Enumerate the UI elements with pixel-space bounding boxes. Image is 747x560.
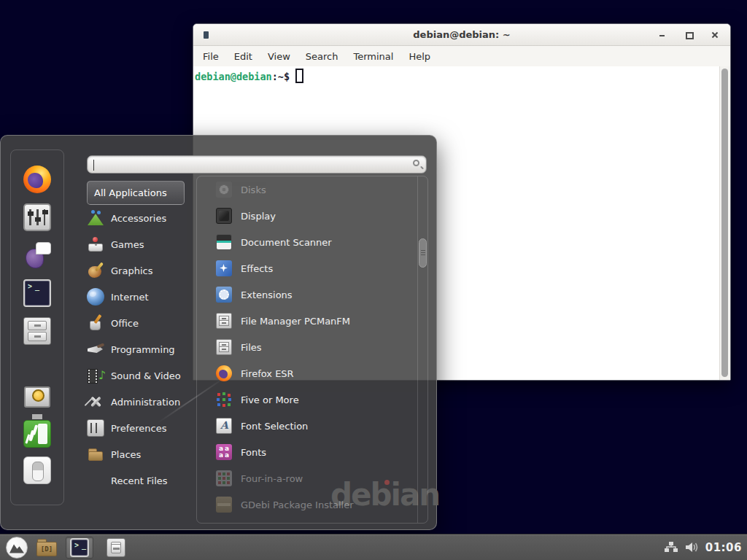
favorites-panel (10, 149, 64, 505)
application-item[interactable]: Font Selection (197, 413, 427, 439)
category-item[interactable]: Recent Files (87, 467, 185, 494)
category-label: Programming (111, 344, 175, 355)
terminal-titlebar[interactable]: debian@debian: ~ (193, 24, 730, 46)
application-icon (216, 287, 232, 303)
terminal-menu-item[interactable]: File (203, 51, 219, 62)
category-icon (87, 314, 104, 332)
application-label: Fonts (241, 447, 266, 458)
application-item[interactable]: File Manager PCManFM (197, 308, 427, 334)
search-icon (413, 160, 419, 166)
category-icon (87, 262, 104, 279)
terminal-menu-item[interactable]: Help (409, 51, 430, 62)
application-icon (216, 497, 232, 513)
terminal-cursor (295, 69, 303, 83)
search-input[interactable] (96, 156, 403, 173)
category-label: Graphics (111, 265, 152, 276)
application-item[interactable]: Display (197, 203, 427, 229)
application-label: GDebi Package Installer (241, 499, 354, 510)
favorite-icon[interactable] (23, 317, 51, 345)
favorite-icon[interactable] (23, 166, 51, 193)
application-item[interactable]: Firefox ESR (197, 360, 427, 386)
application-label: Extensions (241, 289, 293, 300)
close-icon[interactable] (710, 30, 720, 40)
application-item[interactable]: Document Scanner (197, 229, 427, 255)
application-item[interactable]: Effects (197, 255, 427, 281)
file-cabinet-icon (107, 538, 125, 557)
category-item[interactable]: Places (87, 441, 185, 467)
category-item[interactable]: Graphics (87, 257, 185, 284)
category-item[interactable]: Accessories (87, 205, 185, 231)
application-label: Font Selection (241, 421, 308, 432)
favorite-icon[interactable] (23, 241, 51, 269)
application-item[interactable]: Disks (197, 176, 427, 203)
application-item[interactable]: Extensions (197, 281, 427, 308)
application-icon (216, 313, 232, 329)
minimize-icon[interactable] (657, 30, 667, 40)
application-label: Document Scanner (241, 237, 332, 248)
category-icon (87, 419, 104, 437)
application-item[interactable]: Fonts (197, 439, 427, 465)
session-icon[interactable] (23, 456, 51, 484)
application-icon (216, 392, 232, 408)
application-icon (216, 470, 232, 486)
application-item[interactable]: GDebi Package Installer (197, 491, 427, 518)
session-icon[interactable] (23, 384, 51, 411)
category-label: Office (111, 318, 139, 329)
category-item[interactable]: Preferences (87, 415, 185, 441)
category-item[interactable]: Games (87, 231, 185, 257)
category-icon (87, 393, 104, 411)
category-icon (87, 209, 104, 227)
category-icon (87, 288, 104, 306)
app-list-scrollbar[interactable] (417, 176, 427, 523)
category-icon (87, 236, 104, 253)
file-manager-launcher-icon[interactable] (36, 539, 57, 556)
terminal-scrollbar[interactable] (719, 66, 730, 380)
search-box[interactable] (87, 155, 427, 174)
favorite-icon[interactable] (23, 279, 51, 307)
terminal-prompt: debian@debian:~$ (193, 66, 730, 85)
application-label: File Manager PCManFM (241, 316, 350, 327)
terminal-menu-item[interactable]: Search (306, 51, 338, 62)
terminal-icon (70, 538, 89, 557)
clock[interactable]: 01:06 (705, 541, 742, 554)
taskbar-files-button[interactable] (102, 537, 130, 559)
terminal-menu-item[interactable]: Edit (234, 51, 252, 62)
category-label: Preferences (111, 423, 166, 434)
category-item[interactable]: Programming (87, 336, 185, 362)
application-label: Effects (241, 263, 273, 274)
category-label: Administration (111, 397, 180, 408)
application-icon (216, 339, 232, 355)
category-item[interactable]: Internet (87, 284, 185, 310)
favorite-icon[interactable] (23, 203, 51, 231)
terminal-menu-item[interactable]: View (268, 51, 290, 62)
category-icon (87, 341, 104, 358)
application-label: Display (241, 211, 276, 222)
terminal-menu-item[interactable]: Terminal (353, 51, 393, 62)
category-item[interactable]: Sound & Video (87, 362, 185, 389)
application-item[interactable]: Five or More (197, 386, 427, 413)
category-icon (87, 446, 104, 463)
taskbar-terminal-button[interactable] (66, 537, 93, 559)
terminal-title: debian@debian: ~ (413, 29, 510, 40)
search-caret (93, 160, 94, 171)
terminal-scrollbar-thumb[interactable] (721, 69, 728, 377)
network-icon[interactable] (664, 541, 678, 553)
app-list-scrollbar-thumb[interactable] (419, 238, 427, 268)
menu-button[interactable] (6, 537, 28, 559)
terminal-menubar: FileEditViewSearchTerminalHelp (193, 46, 730, 66)
application-menu: debian All Applications Accessories (0, 135, 437, 530)
application-label: Four-in-a-row (241, 473, 303, 484)
prompt-suffix: :~$ (272, 71, 290, 82)
volume-icon[interactable] (685, 541, 699, 553)
maximize-icon[interactable] (684, 30, 694, 40)
category-all-applications[interactable]: All Applications (87, 181, 185, 205)
prompt-user-host: debian@debian (195, 71, 272, 82)
application-icon (216, 260, 232, 276)
application-icon (216, 208, 232, 224)
session-icon[interactable] (23, 420, 51, 448)
application-icon (216, 365, 232, 381)
application-item[interactable]: Four-in-a-row (197, 465, 427, 491)
category-item[interactable]: Administration (87, 389, 185, 415)
category-item[interactable]: Office (87, 310, 185, 336)
application-item[interactable]: Files (197, 334, 427, 360)
